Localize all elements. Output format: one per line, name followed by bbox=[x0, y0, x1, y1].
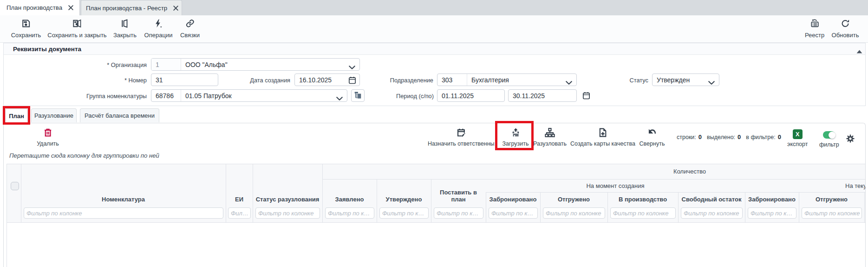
organization-label: * Организация bbox=[107, 61, 147, 68]
filtered-counter: в фильтре:0 bbox=[746, 134, 781, 140]
column-header: ЕИ bbox=[226, 164, 253, 205]
tab-raschet-balansa[interactable]: Расчёт баланса времени bbox=[80, 108, 159, 122]
column-filter-input[interactable] bbox=[379, 207, 429, 219]
grid-line-vertical bbox=[745, 192, 745, 222]
tree-icon bbox=[354, 91, 362, 100]
status-select[interactable]: Утвержден bbox=[652, 73, 719, 86]
nomenclature-group-code: 68786 bbox=[151, 90, 181, 101]
operations-button[interactable]: Операции bbox=[144, 19, 173, 39]
gear-icon[interactable] bbox=[846, 134, 855, 145]
explode-label: Разузловать bbox=[533, 140, 567, 147]
close-label: Закрыть bbox=[113, 32, 137, 39]
save-and-close-button[interactable]: Сохранить и закрыть bbox=[47, 19, 106, 39]
chevron-down-icon bbox=[336, 94, 343, 102]
save-and-close-label: Сохранить и закрыть bbox=[47, 32, 106, 39]
grid-line-vertical bbox=[21, 164, 21, 222]
column-header: Отгружено bbox=[540, 192, 607, 205]
number-value: 31 bbox=[151, 76, 163, 84]
column-header: Забронировано bbox=[486, 192, 540, 205]
delete-button[interactable]: Удалить bbox=[37, 127, 59, 147]
window-tab-plan-proizvodstva[interactable]: План производства bbox=[0, 0, 80, 15]
filter-toggle-label: фильтр bbox=[819, 141, 839, 148]
rows-counter: строки:0 bbox=[677, 134, 702, 140]
column-filter-input[interactable] bbox=[24, 207, 223, 219]
period-calendar-icon[interactable] bbox=[582, 91, 591, 102]
window-tab-label: План производства - Реестр bbox=[86, 5, 167, 12]
organization-select[interactable]: 1 ООО "Альфа" bbox=[151, 58, 360, 71]
column-filter-input[interactable] bbox=[228, 207, 251, 219]
collapse-section-icon[interactable] bbox=[856, 47, 862, 55]
excel-export-label: экспорт bbox=[787, 141, 808, 147]
create-quality-cards-button[interactable]: Создать карты качества bbox=[570, 127, 635, 147]
band-at-creation: На момент создания bbox=[486, 179, 745, 192]
assign-responsible-label: Назначить ответственных bbox=[428, 140, 495, 147]
column-filter-input[interactable] bbox=[748, 207, 796, 219]
chevron-down-icon bbox=[708, 79, 715, 86]
grid-line-vertical bbox=[377, 179, 377, 222]
column-header: Заявлено bbox=[322, 179, 377, 205]
grid-line-vertical bbox=[540, 192, 541, 222]
tab-raschet-balansa-label: Расчёт баланса времени bbox=[85, 112, 155, 119]
sitemap-icon bbox=[545, 127, 555, 140]
chevron-down-icon bbox=[349, 63, 355, 71]
toggle-on-icon[interactable] bbox=[823, 131, 835, 139]
tab-plan-label: План bbox=[9, 113, 24, 120]
calendar-icon[interactable] bbox=[348, 76, 357, 86]
nomenclature-group-select[interactable]: 68786 01.05 Патрубок bbox=[151, 89, 347, 102]
assign-responsible-button[interactable]: Назначить ответственных bbox=[428, 127, 495, 147]
department-select[interactable]: 303 Бухгалтерия bbox=[437, 73, 577, 86]
column-filter-input[interactable] bbox=[681, 207, 743, 219]
column-filter-input[interactable] bbox=[489, 207, 538, 219]
links-button[interactable]: Связки bbox=[180, 19, 200, 39]
department-code: 303 bbox=[437, 74, 467, 86]
grid-line-vertical bbox=[226, 164, 226, 222]
close-tab-icon[interactable] bbox=[173, 6, 178, 11]
number-input[interactable]: 31 bbox=[151, 73, 218, 86]
filter-toggle[interactable]: фильтр bbox=[819, 131, 839, 148]
operations-label: Операции bbox=[144, 32, 173, 39]
registry-button[interactable]: Реестр bbox=[805, 19, 824, 39]
collapse-button[interactable]: Свернуть bbox=[640, 127, 665, 147]
close-tab-icon[interactable] bbox=[68, 5, 73, 10]
registry-label: Реестр bbox=[805, 32, 824, 39]
refresh-label: Обновить bbox=[832, 32, 859, 39]
links-label: Связки bbox=[180, 32, 200, 39]
grid-line-horizontal bbox=[7, 164, 865, 164]
organization-name: ООО "Альфа" bbox=[181, 61, 228, 68]
excel-icon: X bbox=[793, 129, 803, 139]
grid-counters: строки:0 выделено:0 в фильтре:0 bbox=[677, 134, 781, 140]
column-filter-input[interactable] bbox=[802, 207, 862, 219]
window-tab-plan-reestr[interactable]: План производства - Реестр bbox=[81, 0, 182, 15]
window-tab-label: План производства bbox=[7, 4, 62, 11]
explode-button[interactable]: Разузловать bbox=[533, 127, 567, 147]
column-filter-input[interactable] bbox=[543, 207, 605, 219]
created-date-input[interactable]: 16.10.2025 bbox=[294, 73, 360, 86]
column-header: Утверждено bbox=[377, 179, 431, 205]
tree-view-button[interactable] bbox=[351, 89, 365, 102]
column-filter-input[interactable] bbox=[325, 207, 374, 219]
refresh-button[interactable]: Обновить bbox=[832, 19, 859, 39]
status-value: Утвержден bbox=[653, 76, 690, 84]
period-label: Период (с/по) bbox=[396, 93, 434, 100]
lightning-icon bbox=[154, 19, 163, 30]
column-filter-input[interactable] bbox=[434, 207, 483, 219]
period-from-value: 01.11.2025 bbox=[437, 92, 474, 100]
tab-razuzlovanie-label: Разузлование bbox=[34, 112, 73, 119]
save-icon bbox=[21, 19, 31, 30]
tab-razuzlovanie[interactable]: Разузлование bbox=[31, 108, 77, 122]
grid-line-vertical bbox=[7, 164, 7, 267]
save-button[interactable]: Сохранить bbox=[11, 19, 41, 39]
delete-label: Удалить bbox=[37, 140, 59, 147]
tab-plan[interactable]: План bbox=[5, 108, 28, 123]
close-button[interactable]: Закрыть bbox=[113, 19, 137, 39]
column-filter-input[interactable] bbox=[610, 207, 676, 219]
column-header: В производство bbox=[607, 192, 678, 205]
column-header: Забронировано bbox=[745, 192, 799, 205]
period-from-input[interactable]: 01.11.2025 bbox=[437, 89, 505, 102]
load-button[interactable]: Загрузить bbox=[502, 127, 529, 147]
period-to-input[interactable]: 30.11.2025 bbox=[508, 89, 577, 102]
excel-export-button[interactable]: X экспорт bbox=[787, 129, 808, 147]
select-all-checkbox[interactable] bbox=[11, 182, 19, 190]
refresh-icon bbox=[841, 19, 850, 30]
column-filter-input[interactable] bbox=[255, 207, 320, 219]
